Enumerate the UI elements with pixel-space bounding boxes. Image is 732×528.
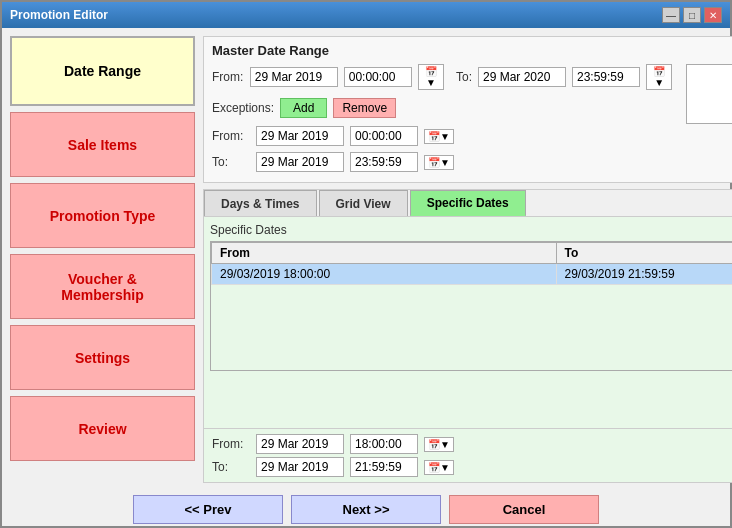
bottom-from-calendar-button[interactable]: 📅▼ xyxy=(424,437,454,452)
exc-to-row: To: 📅▼ xyxy=(212,152,672,172)
next-button[interactable]: Next >> xyxy=(291,495,441,524)
table-cell-from: 29/03/2019 18:00:00 xyxy=(212,264,557,285)
table-cell-to: 29/03/2019 21:59:59 xyxy=(556,264,732,285)
bottom-to-time-input[interactable] xyxy=(350,457,418,477)
bottom-to-row: To: 📅▼ xyxy=(212,457,454,477)
col-to-header: To xyxy=(556,243,732,264)
exc-to-label: To: xyxy=(212,155,250,169)
exceptions-row: Exceptions: Add Remove xyxy=(212,98,672,118)
sidebar-item-settings[interactable]: Settings xyxy=(10,325,195,390)
tab-specific-dates[interactable]: Specific Dates xyxy=(410,190,526,216)
sidebar-item-date-range[interactable]: Date Range xyxy=(10,36,195,106)
exceptions-add-button[interactable]: Add xyxy=(280,98,327,118)
right-panel: Master Date Range From: 📅▼ To: 📅▼ xyxy=(203,36,732,483)
promotion-editor-window: Promotion Editor — □ ✕ Date Range Sale I… xyxy=(0,0,732,528)
maximize-button[interactable]: □ xyxy=(683,7,701,23)
tab-days-times-label: Days & Times xyxy=(221,197,300,211)
prev-button[interactable]: << Prev xyxy=(133,495,283,524)
sidebar-label-settings: Settings xyxy=(75,350,130,366)
bottom-to-date-input[interactable] xyxy=(256,457,344,477)
sidebar-item-promotion-type[interactable]: Promotion Type xyxy=(10,183,195,248)
tabs-bar: Days & Times Grid View Specific Dates xyxy=(204,190,732,217)
exc-from-label: From: xyxy=(212,129,250,143)
bottom-to-label: To: xyxy=(212,460,250,474)
sidebar-item-review[interactable]: Review xyxy=(10,396,195,461)
master-to-date-input[interactable] xyxy=(478,67,566,87)
bottom-dates-and-actions: From: 📅▼ To: 📅▼ Add xyxy=(204,428,732,482)
bottom-from-time-input[interactable] xyxy=(350,434,418,454)
exceptions-list xyxy=(686,64,732,124)
bottom-navigation: << Prev Next >> Cancel xyxy=(2,491,730,526)
bottom-dates-col: From: 📅▼ To: 📅▼ xyxy=(212,434,454,477)
to-label: To: xyxy=(456,70,472,84)
master-to-calendar-button[interactable]: 📅▼ xyxy=(646,64,672,90)
bottom-from-row: From: 📅▼ xyxy=(212,434,454,454)
exc-to-time-input[interactable] xyxy=(350,152,418,172)
tab-days-times[interactable]: Days & Times xyxy=(204,190,317,216)
minimize-button[interactable]: — xyxy=(662,7,680,23)
master-date-range-section: Master Date Range From: 📅▼ To: 📅▼ xyxy=(203,36,732,183)
bottom-from-label: From: xyxy=(212,437,250,451)
tabs-section: Days & Times Grid View Specific Dates Sp… xyxy=(203,189,732,483)
master-date-range-title: Master Date Range xyxy=(212,43,732,58)
col-from-header: From xyxy=(212,243,557,264)
sidebar-label-promotion-type: Promotion Type xyxy=(50,208,156,224)
specific-dates-table-container: From To 29/03/2019 18:00:0029/03/2019 21… xyxy=(210,241,732,371)
exc-dates: From: 📅▼ To: 📅▼ xyxy=(212,126,672,176)
title-bar-buttons: — □ ✕ xyxy=(662,7,722,23)
sidebar-item-voucher-membership[interactable]: Voucher &Membership xyxy=(10,254,195,319)
close-button[interactable]: ✕ xyxy=(704,7,722,23)
exc-from-row: From: 📅▼ xyxy=(212,126,672,146)
exc-from-time-input[interactable] xyxy=(350,126,418,146)
specific-dates-table: From To 29/03/2019 18:00:0029/03/2019 21… xyxy=(211,242,732,285)
title-bar: Promotion Editor — □ ✕ xyxy=(2,2,730,28)
master-dates-row: From: 📅▼ To: 📅▼ Exceptions: Add xyxy=(212,64,732,176)
sidebar-label-date-range: Date Range xyxy=(64,63,141,79)
specific-dates-title: Specific Dates xyxy=(210,223,732,237)
master-from-row: From: 📅▼ To: 📅▼ xyxy=(212,64,672,90)
master-from-time-input[interactable] xyxy=(344,67,412,87)
tab-specific-dates-label: Specific Dates xyxy=(427,196,509,210)
cancel-button[interactable]: Cancel xyxy=(449,495,599,524)
master-from-calendar-button[interactable]: 📅▼ xyxy=(418,64,444,90)
exc-to-date-input[interactable] xyxy=(256,152,344,172)
exc-to-calendar-button[interactable]: 📅▼ xyxy=(424,155,454,170)
exceptions-label: Exceptions: xyxy=(212,101,274,115)
window-content: Date Range Sale Items Promotion Type Vou… xyxy=(2,28,730,491)
tab-grid-view-label: Grid View xyxy=(336,197,391,211)
exceptions-remove-button[interactable]: Remove xyxy=(333,98,396,118)
sidebar-label-sale-items: Sale Items xyxy=(68,137,137,153)
from-label: From: xyxy=(212,70,244,84)
specific-dates-content: Specific Dates From To 29/03/2019 18:00:… xyxy=(204,217,732,428)
sidebar: Date Range Sale Items Promotion Type Vou… xyxy=(10,36,195,483)
sidebar-label-review: Review xyxy=(78,421,126,437)
sidebar-item-sale-items[interactable]: Sale Items xyxy=(10,112,195,177)
tab-grid-view[interactable]: Grid View xyxy=(319,190,408,216)
window-title: Promotion Editor xyxy=(10,8,108,22)
bottom-to-calendar-button[interactable]: 📅▼ xyxy=(424,460,454,475)
sidebar-label-voucher-membership: Voucher &Membership xyxy=(61,271,143,303)
bottom-from-date-input[interactable] xyxy=(256,434,344,454)
table-row[interactable]: 29/03/2019 18:00:0029/03/2019 21:59:59 xyxy=(212,264,733,285)
master-to-time-input[interactable] xyxy=(572,67,640,87)
exc-from-calendar-button[interactable]: 📅▼ xyxy=(424,129,454,144)
exc-from-date-input[interactable] xyxy=(256,126,344,146)
master-from-date-input[interactable] xyxy=(250,67,338,87)
